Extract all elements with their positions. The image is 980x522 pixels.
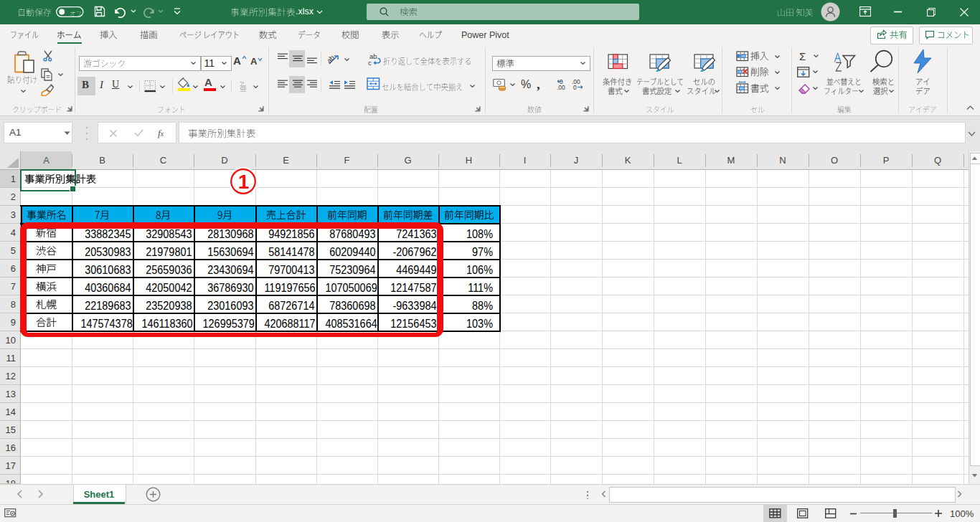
svg-text:0: 0 xyxy=(560,79,563,85)
svg-text:0: 0 xyxy=(573,84,577,90)
svg-text:1: 1 xyxy=(238,171,250,193)
svg-text:ab: ab xyxy=(328,53,336,65)
svg-text:c: c xyxy=(368,59,372,66)
